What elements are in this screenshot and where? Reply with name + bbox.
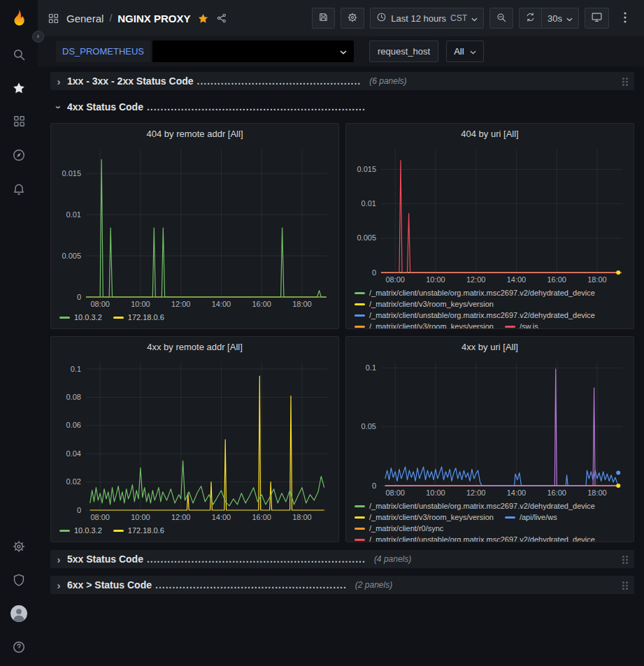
legend-item[interactable]: /_matrix/client/unstable/org.matrix.msc2… bbox=[355, 310, 595, 321]
time-series-chart[interactable]: 00.0050.010.01508:0010:0012:0014:0016:00… bbox=[55, 143, 334, 311]
row-drag-handle[interactable] bbox=[622, 555, 629, 564]
row-title-dots: ........................................… bbox=[147, 553, 366, 565]
sidebar-item-help[interactable] bbox=[5, 634, 33, 662]
share-icon[interactable] bbox=[216, 13, 227, 24]
legend-item[interactable]: 172.18.0.6 bbox=[113, 526, 164, 536]
favorite-star-icon[interactable] bbox=[197, 13, 209, 24]
row-title-dots: ........................................… bbox=[197, 75, 362, 87]
time-series-chart[interactable]: 00.0050.010.01508:0010:0012:0014:0016:00… bbox=[350, 143, 629, 287]
panel-404-by-remote-addr: 404 by remote addr [All] 00.0050.010.015… bbox=[50, 123, 339, 329]
sidebar-item-explore[interactable] bbox=[5, 142, 33, 170]
legend-item[interactable]: 10.0.3.2 bbox=[59, 526, 102, 536]
svg-text:0.01: 0.01 bbox=[362, 199, 376, 208]
row-drag-handle[interactable] bbox=[622, 77, 629, 86]
panel-404-by-uri: 404 by uri [All] 00.0050.010.01508:0010:… bbox=[345, 123, 634, 329]
dashboard-settings-button[interactable] bbox=[341, 8, 364, 29]
legend: 10.0.3.2172.18.0.6 bbox=[51, 311, 338, 328]
dashboards-icon bbox=[13, 115, 26, 130]
svg-text:0: 0 bbox=[372, 268, 376, 277]
svg-text:0.1: 0.1 bbox=[71, 365, 81, 373]
refresh-interval-dropdown[interactable]: 30s bbox=[542, 8, 579, 29]
legend-item[interactable]: /_matrix/client/v3/room_keys/version bbox=[355, 512, 494, 523]
sidebar-item-server-admin[interactable] bbox=[5, 567, 33, 595]
svg-text:0: 0 bbox=[77, 506, 81, 514]
refresh-button[interactable] bbox=[519, 8, 542, 29]
row-title: 1xx - 3xx - 2xx Status Code bbox=[67, 75, 194, 87]
svg-text:0: 0 bbox=[77, 293, 81, 301]
panel-header[interactable]: 404 by remote addr [All] bbox=[51, 124, 338, 143]
legend-item[interactable]: /_matrix/client/r0/sync bbox=[355, 523, 443, 534]
legend-label: /_matrix/client/unstable/org.matrix.msc2… bbox=[369, 501, 595, 512]
panel-header[interactable]: 4xx by remote addr [All] bbox=[51, 337, 338, 356]
legend-item[interactable]: /_matrix/client/unstable/org.matrix.msc2… bbox=[355, 535, 595, 542]
save-dashboard-button[interactable] bbox=[312, 8, 335, 29]
legend: 10.0.3.2172.18.0.6 bbox=[51, 524, 338, 542]
row-6xx[interactable]: › 6xx > Status Code ....................… bbox=[50, 576, 634, 594]
datasource-label: DS_PROMETHEUS bbox=[56, 41, 150, 62]
chart-area: 00.0050.010.01508:0010:0012:0014:0016:00… bbox=[346, 143, 634, 287]
dashboard-title[interactable]: NGINX PROXY bbox=[117, 13, 190, 24]
legend-swatch bbox=[113, 530, 124, 532]
legend-item[interactable]: /sw.js bbox=[505, 321, 538, 328]
legend-swatch bbox=[59, 530, 70, 532]
svg-text:0.04: 0.04 bbox=[66, 449, 81, 458]
grafana-logo-icon[interactable] bbox=[4, 3, 34, 33]
legend-item[interactable]: /_matrix/client/unstable/org.matrix.msc2… bbox=[355, 288, 595, 298]
datasource-picker[interactable] bbox=[152, 41, 354, 62]
legend-swatch bbox=[505, 516, 515, 519]
kiosk-mode-button[interactable] bbox=[585, 8, 609, 29]
legend-item[interactable]: /api/live/ws bbox=[505, 512, 557, 523]
breadcrumb-folder[interactable]: General bbox=[66, 13, 103, 24]
svg-text:10:00: 10:00 bbox=[131, 300, 150, 308]
svg-text:10:00: 10:00 bbox=[426, 275, 445, 284]
svg-text:12:00: 12:00 bbox=[171, 300, 191, 308]
more-menu-button[interactable] bbox=[615, 8, 636, 29]
svg-text:0.015: 0.015 bbox=[62, 169, 81, 178]
panel-header[interactable]: 4xx by uri [All] bbox=[346, 337, 634, 356]
svg-text:18:00: 18:00 bbox=[587, 488, 607, 497]
svg-text:12:00: 12:00 bbox=[171, 513, 191, 521]
request-host-picker[interactable]: All bbox=[446, 41, 483, 62]
breadcrumb-separator: / bbox=[109, 13, 112, 24]
svg-text:0.005: 0.005 bbox=[62, 252, 81, 260]
legend-label: 10.0.3.2 bbox=[74, 526, 102, 536]
sidebar-item-profile[interactable] bbox=[5, 600, 33, 628]
row-4xx[interactable]: › 4xx Status Code ......................… bbox=[50, 98, 634, 116]
time-range-picker[interactable]: Last 12 hours CST bbox=[370, 8, 484, 29]
chevron-down-icon bbox=[340, 46, 347, 57]
sidebar-item-search[interactable] bbox=[5, 41, 33, 69]
row-drag-handle[interactable] bbox=[622, 581, 629, 590]
legend-item[interactable]: 172.18.0.6 bbox=[113, 312, 164, 323]
legend-item[interactable]: /_matrix/client/v3/room_keys/version bbox=[355, 321, 494, 328]
sidebar-item-alerting[interactable] bbox=[5, 175, 33, 203]
timezone-label: CST bbox=[450, 13, 467, 23]
legend-swatch bbox=[355, 292, 365, 294]
sidebar-item-starred[interactable] bbox=[5, 75, 33, 103]
variables-bar: DS_PROMETHEUS request_host All bbox=[38, 36, 644, 66]
svg-text:08:00: 08:00 bbox=[90, 513, 110, 521]
legend-item[interactable]: /_matrix/client/unstable/org.matrix.msc2… bbox=[355, 501, 595, 512]
panel-header[interactable]: 404 by uri [All] bbox=[346, 124, 634, 143]
zoom-out-button[interactable] bbox=[489, 8, 513, 29]
user-avatar bbox=[10, 605, 28, 625]
legend-item[interactable]: /_matrix/client/v3/room_keys/version bbox=[355, 299, 494, 310]
kebab-icon bbox=[624, 12, 627, 25]
sidebar-item-dashboards[interactable] bbox=[5, 108, 33, 136]
svg-text:0.015: 0.015 bbox=[357, 165, 376, 173]
row-title: 5xx Status Code bbox=[67, 553, 143, 565]
row-1xx-3xx-2xx[interactable]: › 1xx - 3xx - 2xx Status Code ..........… bbox=[50, 72, 634, 90]
refresh-icon bbox=[525, 12, 536, 24]
legend-label: /sw.js bbox=[520, 321, 538, 328]
legend-item[interactable]: 10.0.3.2 bbox=[59, 312, 102, 323]
panel-4xx-by-uri: 4xx by uri [All] 00.050.108:0010:0012:00… bbox=[345, 336, 634, 542]
legend-swatch bbox=[355, 314, 365, 317]
time-series-chart[interactable]: 00.020.040.060.080.108:0010:0012:0014:00… bbox=[55, 356, 334, 524]
gear-icon bbox=[12, 540, 26, 556]
time-series-chart[interactable]: 00.050.108:0010:0012:0014:0016:0018:00 bbox=[350, 356, 629, 500]
svg-text:14:00: 14:00 bbox=[507, 488, 527, 497]
sidebar bbox=[0, 0, 38, 666]
sidebar-item-configuration[interactable] bbox=[5, 533, 33, 561]
sidebar-expand-button[interactable]: › bbox=[32, 31, 44, 43]
row-5xx[interactable]: › 5xx Status Code ......................… bbox=[50, 550, 634, 568]
compass-icon bbox=[12, 148, 26, 164]
